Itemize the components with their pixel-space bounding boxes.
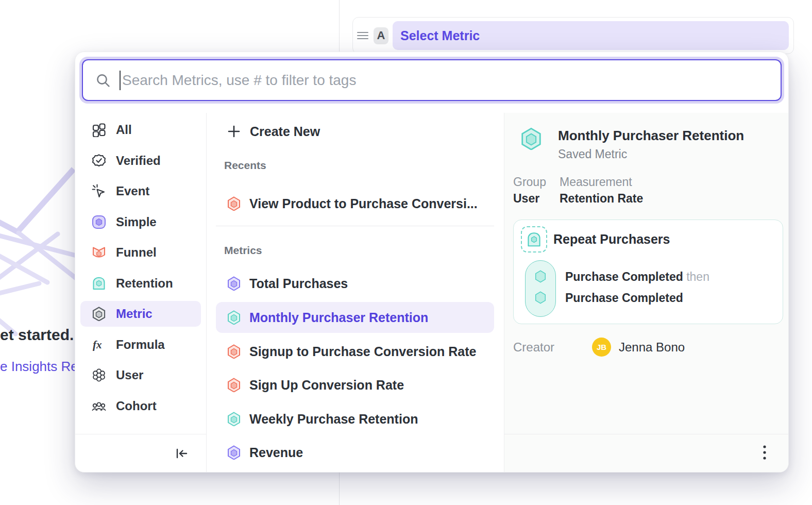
- creator-name: Jenna Bono: [619, 340, 685, 355]
- simple-icon: [92, 215, 106, 229]
- metric-hexagon-icon-salmon: [227, 196, 241, 211]
- sidebar-item-label: Metric: [116, 307, 153, 321]
- sidebar-item-all[interactable]: All: [80, 117, 201, 143]
- sidebar-item-event[interactable]: Event: [80, 178, 201, 204]
- search-input[interactable]: [122, 72, 768, 89]
- metric-row-label: Revenue: [249, 445, 303, 460]
- search-icon: [95, 73, 111, 88]
- verified-icon: [92, 154, 106, 168]
- recents-section-title: Recents: [224, 159, 266, 172]
- plus-icon: [227, 125, 241, 138]
- definition-connector: then: [686, 270, 709, 283]
- sidebar-item-label: Verified: [116, 154, 161, 168]
- metric-row-signup-to-purchase-conversion-rate[interactable]: Signup to Purchase Conversion Rate: [216, 336, 494, 367]
- sidebar-item-label: Retention: [116, 276, 173, 291]
- measurement-field-label: Measurement: [560, 175, 632, 189]
- sidebar-item-funnel[interactable]: Funnel: [80, 240, 201, 265]
- drag-handle-icon[interactable]: [357, 30, 368, 41]
- metric-row-label: Sign Up Conversion Rate: [249, 378, 404, 393]
- metric-row-label: Weekly Purchase Retention: [249, 412, 418, 427]
- detail-footer: [504, 434, 788, 472]
- metric-detail-panel: Monthly Purchaser Retention Saved Metric…: [504, 113, 788, 472]
- create-new-label: Create New: [250, 124, 320, 139]
- metric-row-label: Monthly Purchaser Retention: [249, 310, 428, 325]
- sidebar-item-cohort[interactable]: Cohort: [80, 393, 201, 419]
- definition-card: Repeat Purchasers Purchase Completed the…: [513, 220, 783, 324]
- metric-hexagon-icon-purple: [227, 445, 241, 460]
- list-divider: [216, 226, 494, 226]
- sidebar-item-label: User: [116, 368, 143, 382]
- kebab-menu-icon[interactable]: [759, 441, 770, 466]
- search-field[interactable]: [82, 59, 782, 101]
- background-headline-fragment: et started.: [0, 326, 74, 344]
- text-caret: [120, 71, 121, 90]
- sidebar-item-label: All: [116, 123, 132, 137]
- series-letter-badge: A: [374, 27, 388, 44]
- sidebar-item-retention[interactable]: Retention: [80, 271, 201, 296]
- metric-hexagon-icon-purple: [227, 276, 241, 291]
- metric-row-weekly-purchase-retention[interactable]: Weekly Purchase Retention: [216, 403, 494, 434]
- grid-icon: [92, 123, 106, 137]
- creator-avatar: JB: [592, 338, 611, 357]
- metric-row-label: View Product to Purchase Conversi...: [249, 196, 478, 211]
- saved-metric-hexagon-icon: [520, 127, 543, 150]
- retention-icon: [92, 276, 106, 291]
- group-field-value: User: [513, 192, 539, 206]
- definition-step-2: Purchase Completed: [565, 291, 683, 305]
- detail-title: Monthly Purchaser Retention: [558, 128, 744, 144]
- sidebar-item-formula[interactable]: fx Formula: [80, 332, 201, 358]
- retention-definition-chip: [521, 226, 547, 252]
- measurement-field-value: Retention Rate: [560, 192, 643, 206]
- metric-hexagon-icon-teal: [227, 310, 241, 325]
- metric-row-label: Total Purchases: [249, 276, 348, 291]
- retention-steps-capsule: [525, 260, 556, 317]
- metrics-section-title: Metrics: [224, 244, 262, 257]
- metric-row-sign-up-conversion-rate[interactable]: Sign Up Conversion Rate: [216, 369, 494, 400]
- sidebar-item-label: Event: [116, 184, 149, 198]
- collapse-left-icon[interactable]: [172, 444, 192, 463]
- select-metric-button[interactable]: Select Metric: [393, 21, 789, 50]
- step-hexagon-icon: [534, 270, 547, 283]
- user-icon: [92, 368, 106, 382]
- metric-row-revenue[interactable]: Revenue: [216, 437, 494, 468]
- sidebar-item-label: Simple: [116, 215, 157, 229]
- search-focus-ring: [79, 57, 784, 104]
- definition-name: Repeat Purchasers: [553, 232, 670, 247]
- sidebar-item-simple[interactable]: Simple: [80, 209, 201, 235]
- sidebar-footer: [75, 434, 206, 472]
- recent-metric-row[interactable]: View Product to Purchase Conversi...: [216, 188, 494, 219]
- event-icon: [92, 184, 106, 198]
- metric-row-total-purchases[interactable]: Total Purchases: [216, 268, 494, 299]
- metric-bar: A Select Metric: [352, 17, 794, 54]
- sidebar-item-metric[interactable]: Metric: [80, 301, 201, 327]
- detail-subtitle: Saved Metric: [558, 147, 627, 161]
- create-new-button[interactable]: Create New: [227, 122, 320, 141]
- metric-hexagon-icon-salmon: [227, 344, 241, 359]
- chart-lines-decoration: [0, 164, 77, 349]
- cohort-icon: [92, 399, 106, 413]
- group-field-label: Group: [513, 175, 546, 189]
- background-insights-link-fragment[interactable]: e Insights Re: [0, 359, 78, 375]
- sidebar-item-label: Formula: [116, 338, 165, 352]
- sidebar-item-label: Funnel: [116, 245, 157, 260]
- definition-step-1: Purchase Completed then: [565, 270, 709, 284]
- metric-hexagon-icon-teal: [227, 412, 241, 426]
- metric-row-label: Signup to Purchase Conversion Rate: [249, 344, 476, 359]
- step-hexagon-icon: [534, 291, 547, 304]
- metric-list-column: Create New Recents View Product to Purch…: [207, 113, 504, 472]
- creator-label: Creator: [513, 340, 554, 355]
- svg-text:fx: fx: [93, 339, 102, 351]
- metric-row-monthly-purchaser-retention[interactable]: Monthly Purchaser Retention: [216, 302, 494, 333]
- sidebar-item-verified[interactable]: Verified: [80, 148, 201, 174]
- sidebar-item-user[interactable]: User: [80, 362, 201, 388]
- retention-arch-icon: [526, 231, 542, 247]
- category-sidebar: All Verified Event: [75, 113, 207, 472]
- formula-icon: fx: [92, 338, 106, 352]
- metric-hexagon-icon-salmon: [227, 378, 241, 392]
- sidebar-item-label: Cohort: [116, 399, 157, 413]
- metric-picker-modal: All Verified Event: [75, 52, 789, 473]
- funnel-icon: [92, 245, 106, 260]
- metric-icon: [92, 307, 106, 321]
